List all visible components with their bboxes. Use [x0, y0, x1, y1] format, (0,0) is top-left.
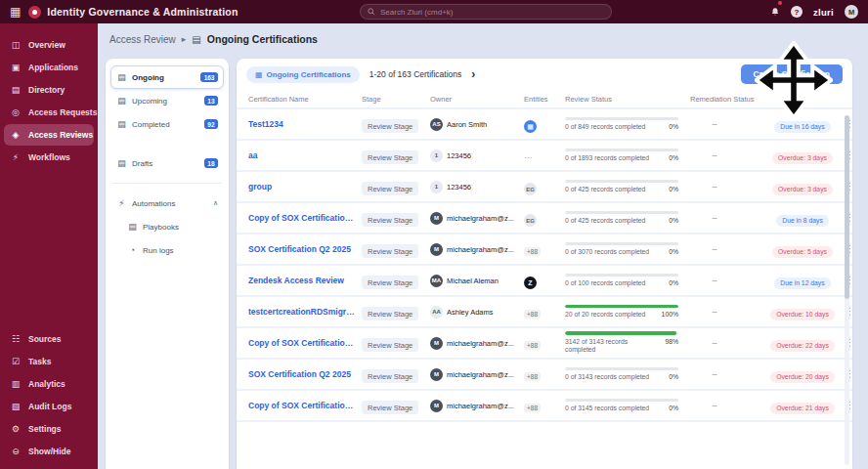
owner-avatar: 1	[430, 181, 443, 193]
progress-bar	[565, 305, 678, 309]
sidebar-item[interactable]: ⊖ Show/Hide	[4, 441, 94, 462]
table-row[interactable]: SOX Certification Q2 2025 Review Stage M…	[237, 360, 852, 391]
review-progress-label: 0 of 100 records completed	[565, 279, 645, 287]
subnav-item[interactable]: ▤ Ongoing 163	[110, 65, 224, 89]
owner-cell: M michaelgraham@z...	[430, 400, 524, 412]
owner-avatar: AA	[430, 306, 443, 319]
certification-name-link[interactable]: group	[248, 182, 362, 192]
sidebar-item-label: Settings	[28, 424, 62, 434]
subnav-item[interactable]: ▤ Upcoming 13	[110, 89, 224, 112]
sidebar-item-label: Access Reviews	[28, 130, 93, 140]
table-row[interactable]: group Review Stage 1 123456 EG 0 of 425 …	[237, 172, 852, 203]
subnav-child-item[interactable]: ◔ Run logs	[110, 238, 224, 262]
entity-icon: ▦	[524, 120, 537, 133]
review-status-cell: 0 of 3143 records completed 0%	[565, 367, 678, 382]
search-input[interactable]	[380, 8, 604, 17]
review-percent: 0%	[669, 248, 678, 256]
app-grid-icon[interactable]: ▦	[10, 6, 21, 18]
owner-avatar: AS	[430, 118, 443, 131]
breadcrumb-separator-icon: ▸	[182, 34, 187, 44]
owner-avatar: M	[430, 243, 443, 256]
certification-name-link[interactable]: Test1234	[248, 119, 362, 129]
remediation-status: –	[690, 213, 764, 223]
certification-name-link[interactable]: SOX Certification Q2 2025	[248, 369, 362, 379]
certification-name-link[interactable]: testcertcreationRDSmigration	[248, 307, 362, 317]
notifications-bell-icon[interactable]	[770, 3, 780, 21]
owner-cell: M michaelgraham@z...	[430, 337, 524, 350]
review-percent: 100%	[662, 311, 678, 319]
subnav-child-item[interactable]: ▤ Playbooks	[110, 215, 224, 238]
scrollbar-thumb[interactable]	[845, 115, 849, 299]
applications-icon: ▣	[10, 64, 22, 72]
global-search[interactable]	[360, 4, 612, 20]
table-row[interactable]: Zendesk Access Review Review Stage MA Mi…	[237, 266, 852, 297]
stage-badge: Review Stage	[362, 307, 418, 320]
subnav-item-automations[interactable]: ⚡ Automations ∧	[110, 192, 224, 215]
sidebar-item[interactable]: ☷ Sources	[4, 328, 94, 350]
sidebar-item[interactable]: ⚙ Settings	[4, 418, 94, 440]
sidebar-item-label: Sources	[28, 334, 62, 344]
page-title: Ongoing Certifications	[207, 33, 318, 45]
subnav-item-label: Drafts	[132, 159, 152, 168]
chevron-up-icon[interactable]: ∧	[213, 199, 218, 207]
count-badge: 18	[204, 158, 218, 168]
certification-name-link[interactable]: Copy of SOX Certification Q2 2...	[248, 213, 362, 223]
next-page-button[interactable]: ›	[471, 68, 475, 80]
review-status-cell: 0 of 1893 records completed 0%	[565, 149, 678, 163]
due-date-badge: Due in 8 days	[776, 215, 829, 227]
search-icon	[368, 8, 375, 16]
certifications-subnav: ▤ Ongoing 163 ▤ Upcoming 13 ▤ Completed …	[106, 59, 229, 469]
certification-name-link[interactable]: Copy of SOX Certification Q2 2...	[248, 338, 362, 348]
sidebar-item[interactable]: ▣ Applications	[4, 57, 94, 78]
entity-icon: +88	[524, 372, 541, 381]
sidebar-item[interactable]: ◎ Access Requests	[4, 102, 94, 123]
table-row[interactable]: SOX Certification Q2 2025 Review Stage M…	[237, 234, 852, 266]
review-status-cell: 0 of 425 records completed 0%	[565, 211, 678, 226]
sidebar-item[interactable]: ▧ Audit Logs	[4, 396, 94, 417]
sidebar-item[interactable]: ▤ Directory	[4, 79, 94, 101]
subnav-item[interactable]: ▤ Completed 92	[110, 112, 224, 136]
topbar: ▦ Identity Governance & Administration ?…	[0, 0, 868, 23]
sidebar-item[interactable]: ◫ Overview	[4, 34, 94, 56]
certification-name-link[interactable]: Copy of SOX Certification Q2 2...	[248, 401, 362, 410]
create-certification-button[interactable]: Create Certification	[741, 64, 843, 84]
breadcrumb-parent-link[interactable]: Access Review	[109, 34, 176, 45]
subnav-item[interactable]: ▤ Drafts 18	[110, 151, 224, 175]
owner-avatar: 1	[430, 149, 443, 162]
breadcrumb: Access Review ▸ ▤ Ongoing Certifications	[109, 33, 318, 45]
owner-name: 123456	[447, 151, 471, 160]
sidebar-item[interactable]: ◈ Access Reviews	[4, 124, 94, 146]
certification-doc-icon: ▤	[192, 34, 200, 45]
table-row[interactable]: testcertcreationRDSmigration Review Stag…	[237, 297, 852, 328]
sidebar-item[interactable]: ☑ Tasks	[4, 351, 94, 372]
stage-badge: Review Stage	[362, 338, 418, 352]
certification-name-link[interactable]: Zendesk Access Review	[248, 276, 362, 285]
table-row[interactable]: Copy of SOX Certification Q2 2... Review…	[237, 328, 852, 360]
sidebar-item[interactable]: ▥ Analytics	[4, 373, 94, 395]
sidebar-item-label: Analytics	[28, 379, 65, 389]
stage-badge: Review Stage	[362, 119, 418, 133]
certifications-table-card: ▦ Ongoing Certifications 1-20 of 163 Cer…	[237, 59, 852, 469]
review-percent: 0%	[669, 405, 678, 412]
sidebar-top-group: ◫ Overview ▣ Applications ▤ Directory ◎ …	[0, 34, 98, 168]
due-date-badge: Overdue: 20 days	[770, 371, 835, 383]
progress-bar	[565, 149, 678, 152]
table-row[interactable]: Test1234 Review Stage AS Aaron Smith ▦ 0…	[237, 109, 852, 141]
settings-icon: ⚙	[10, 425, 22, 434]
certification-name-link[interactable]: SOX Certification Q2 2025	[248, 244, 362, 254]
progress-bar	[565, 117, 678, 121]
table-row[interactable]: aa Review Stage 1 123456 ⋯ 0 of 1893 rec…	[237, 141, 852, 172]
tab-ongoing-certifications[interactable]: ▦ Ongoing Certifications	[246, 66, 360, 83]
remediation-status: –	[690, 401, 764, 410]
user-avatar[interactable]: M	[845, 5, 858, 19]
sidebar-item[interactable]: ⚡ Workflows	[4, 147, 94, 168]
review-progress-label: 0 of 1893 records completed	[565, 154, 649, 162]
help-icon[interactable]: ?	[791, 6, 803, 18]
entity-icon: Z	[524, 277, 537, 289]
owner-avatar: M	[430, 337, 443, 350]
table-row[interactable]: Copy of SOX Certification Q2 2... Review…	[237, 203, 852, 234]
remediation-status: –	[690, 244, 764, 254]
certification-name-link[interactable]: aa	[248, 150, 362, 160]
tab-label: Ongoing Certifications	[267, 70, 351, 79]
table-row[interactable]: Copy of SOX Certification Q2 2... Review…	[237, 391, 852, 422]
